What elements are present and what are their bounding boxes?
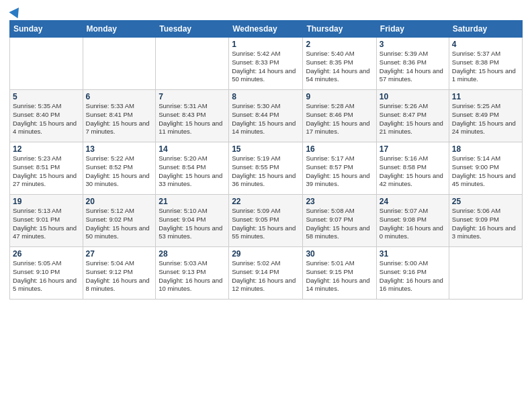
- cell-date: 21: [159, 197, 226, 206]
- cell-date: 9: [306, 92, 373, 101]
- cell-date: 5: [13, 92, 80, 101]
- calendar-cell: 3Sunrise: 5:39 AMSunset: 8:36 PMDaylight…: [376, 38, 449, 90]
- cell-info: Sunrise: 5:16 AMSunset: 8:58 PMDaylight:…: [380, 154, 446, 189]
- cell-info: Sunrise: 5:03 AMSunset: 9:13 PMDaylight:…: [159, 259, 226, 293]
- cell-date: 29: [232, 249, 300, 259]
- cell-info: Sunrise: 5:23 AMSunset: 8:51 PMDaylight:…: [13, 154, 80, 189]
- cell-date: 10: [380, 92, 446, 101]
- cell-date: 27: [86, 249, 153, 259]
- cell-date: 8: [232, 92, 300, 101]
- cell-date: 1: [232, 40, 300, 49]
- cell-info: Sunrise: 5:04 AMSunset: 9:12 PMDaylight:…: [86, 259, 153, 293]
- cell-info: Sunrise: 5:28 AMSunset: 8:46 PMDaylight:…: [306, 102, 373, 136]
- cell-date: 18: [452, 144, 519, 154]
- cell-date: 11: [452, 92, 519, 101]
- calendar-cell: 22Sunrise: 5:09 AMSunset: 9:05 PMDayligh…: [229, 195, 303, 247]
- calendar-cell: [449, 247, 522, 300]
- cell-info: Sunrise: 5:39 AMSunset: 8:36 PMDaylight:…: [380, 50, 446, 84]
- calendar-cell: [83, 38, 156, 90]
- header-monday: Monday: [83, 21, 156, 38]
- cell-date: 12: [13, 144, 80, 154]
- cell-date: 6: [86, 92, 153, 101]
- calendar-cell: 30Sunrise: 5:01 AMSunset: 9:15 PMDayligh…: [303, 247, 376, 300]
- calendar-cell: [156, 38, 229, 90]
- cell-date: 20: [86, 197, 153, 206]
- cell-date: 3: [380, 40, 446, 49]
- cell-date: 24: [380, 197, 446, 206]
- cell-info: Sunrise: 5:20 AMSunset: 8:54 PMDaylight:…: [159, 154, 226, 189]
- cell-date: 13: [86, 144, 153, 154]
- cell-info: Sunrise: 5:08 AMSunset: 9:07 PMDaylight:…: [306, 207, 373, 241]
- header-saturday: Saturday: [449, 21, 522, 38]
- cell-date: 31: [380, 249, 446, 259]
- header: [9, 7, 523, 16]
- cell-info: Sunrise: 5:25 AMSunset: 8:49 PMDaylight:…: [452, 102, 519, 136]
- cell-date: 30: [306, 249, 373, 259]
- calendar-cell: 25Sunrise: 5:06 AMSunset: 9:09 PMDayligh…: [449, 195, 522, 247]
- calendar-header-row: SundayMondayTuesdayWednesdayThursdayFrid…: [10, 21, 523, 38]
- cell-date: 2: [306, 40, 373, 49]
- cell-info: Sunrise: 5:26 AMSunset: 8:47 PMDaylight:…: [380, 102, 446, 136]
- calendar-cell: 24Sunrise: 5:07 AMSunset: 9:08 PMDayligh…: [376, 195, 449, 247]
- calendar-cell: 19Sunrise: 5:13 AMSunset: 9:01 PMDayligh…: [10, 195, 83, 247]
- calendar-cell: 12Sunrise: 5:23 AMSunset: 8:51 PMDayligh…: [10, 142, 83, 195]
- cell-date: 25: [452, 197, 519, 206]
- cell-info: Sunrise: 5:42 AMSunset: 8:33 PMDaylight:…: [232, 50, 300, 84]
- calendar-cell: 29Sunrise: 5:02 AMSunset: 9:14 PMDayligh…: [229, 247, 303, 300]
- cell-info: Sunrise: 5:13 AMSunset: 9:01 PMDaylight:…: [13, 207, 80, 241]
- cell-info: Sunrise: 5:10 AMSunset: 9:04 PMDaylight:…: [159, 207, 226, 241]
- cell-info: Sunrise: 5:14 AMSunset: 9:00 PMDaylight:…: [452, 154, 519, 189]
- calendar-cell: 4Sunrise: 5:37 AMSunset: 8:38 PMDaylight…: [449, 38, 522, 90]
- header-sunday: Sunday: [10, 21, 83, 38]
- calendar-cell: 6Sunrise: 5:33 AMSunset: 8:41 PMDaylight…: [83, 90, 156, 142]
- calendar-week-row: 19Sunrise: 5:13 AMSunset: 9:01 PMDayligh…: [10, 195, 523, 247]
- header-thursday: Thursday: [303, 21, 376, 38]
- cell-info: Sunrise: 5:22 AMSunset: 8:52 PMDaylight:…: [86, 154, 153, 189]
- cell-info: Sunrise: 5:00 AMSunset: 9:16 PMDaylight:…: [380, 259, 446, 293]
- cell-date: 15: [232, 144, 300, 154]
- cell-date: 19: [13, 197, 80, 206]
- calendar-cell: 28Sunrise: 5:03 AMSunset: 9:13 PMDayligh…: [156, 247, 229, 300]
- cell-info: Sunrise: 5:31 AMSunset: 8:43 PMDaylight:…: [159, 102, 226, 136]
- calendar-cell: 26Sunrise: 5:05 AMSunset: 9:10 PMDayligh…: [10, 247, 83, 300]
- calendar-cell: 9Sunrise: 5:28 AMSunset: 8:46 PMDaylight…: [303, 90, 376, 142]
- cell-info: Sunrise: 5:19 AMSunset: 8:55 PMDaylight:…: [232, 154, 300, 189]
- header-friday: Friday: [376, 21, 449, 38]
- calendar-cell: 10Sunrise: 5:26 AMSunset: 8:47 PMDayligh…: [376, 90, 449, 142]
- cell-date: 16: [306, 144, 373, 154]
- cell-info: Sunrise: 5:30 AMSunset: 8:44 PMDaylight:…: [232, 102, 300, 136]
- calendar-cell: 21Sunrise: 5:10 AMSunset: 9:04 PMDayligh…: [156, 195, 229, 247]
- cell-info: Sunrise: 5:40 AMSunset: 8:35 PMDaylight:…: [306, 50, 373, 84]
- cell-info: Sunrise: 5:05 AMSunset: 9:10 PMDaylight:…: [13, 259, 80, 293]
- cell-info: Sunrise: 5:01 AMSunset: 9:15 PMDaylight:…: [306, 259, 373, 293]
- calendar-cell: 14Sunrise: 5:20 AMSunset: 8:54 PMDayligh…: [156, 142, 229, 195]
- cell-info: Sunrise: 5:35 AMSunset: 8:40 PMDaylight:…: [13, 102, 80, 136]
- cell-date: 26: [13, 249, 80, 259]
- cell-date: 23: [306, 197, 373, 206]
- calendar-cell: 20Sunrise: 5:12 AMSunset: 9:02 PMDayligh…: [83, 195, 156, 247]
- calendar-cell: 11Sunrise: 5:25 AMSunset: 8:49 PMDayligh…: [449, 90, 522, 142]
- calendar-table: SundayMondayTuesdayWednesdayThursdayFrid…: [9, 20, 523, 300]
- calendar-cell: 18Sunrise: 5:14 AMSunset: 9:00 PMDayligh…: [449, 142, 522, 195]
- calendar-cell: 2Sunrise: 5:40 AMSunset: 8:35 PMDaylight…: [303, 38, 376, 90]
- cell-date: 4: [452, 40, 519, 49]
- cell-info: Sunrise: 5:09 AMSunset: 9:05 PMDaylight:…: [232, 207, 300, 241]
- cell-date: 17: [380, 144, 446, 154]
- cell-info: Sunrise: 5:07 AMSunset: 9:08 PMDaylight:…: [380, 207, 446, 241]
- calendar-cell: 5Sunrise: 5:35 AMSunset: 8:40 PMDaylight…: [10, 90, 83, 142]
- calendar-cell: 8Sunrise: 5:30 AMSunset: 8:44 PMDaylight…: [229, 90, 303, 142]
- logo: [9, 7, 21, 16]
- cell-date: 28: [159, 249, 226, 259]
- header-tuesday: Tuesday: [156, 21, 229, 38]
- calendar-week-row: 1Sunrise: 5:42 AMSunset: 8:33 PMDaylight…: [10, 38, 523, 90]
- calendar-cell: 1Sunrise: 5:42 AMSunset: 8:33 PMDaylight…: [229, 38, 303, 90]
- calendar-cell: 27Sunrise: 5:04 AMSunset: 9:12 PMDayligh…: [83, 247, 156, 300]
- cell-info: Sunrise: 5:02 AMSunset: 9:14 PMDaylight:…: [232, 259, 300, 293]
- calendar-cell: 16Sunrise: 5:17 AMSunset: 8:57 PMDayligh…: [303, 142, 376, 195]
- page: SundayMondayTuesdayWednesdayThursdayFrid…: [0, 0, 532, 305]
- cell-info: Sunrise: 5:17 AMSunset: 8:57 PMDaylight:…: [306, 154, 373, 189]
- logo-triangle-icon: [9, 5, 23, 19]
- cell-info: Sunrise: 5:12 AMSunset: 9:02 PMDaylight:…: [86, 207, 153, 241]
- calendar-week-row: 12Sunrise: 5:23 AMSunset: 8:51 PMDayligh…: [10, 142, 523, 195]
- calendar-cell: 23Sunrise: 5:08 AMSunset: 9:07 PMDayligh…: [303, 195, 376, 247]
